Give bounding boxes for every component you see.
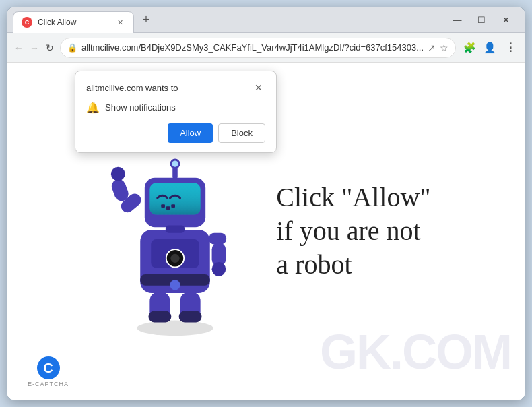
- captcha-label: E-CAPTCHA: [28, 381, 69, 387]
- svg-rect-10: [162, 204, 166, 208]
- allow-button[interactable]: Allow: [168, 123, 213, 143]
- toolbar: ← → ↻ 🔒 alltmcilive.com/B4DjeX9DzSMy3_CA…: [7, 33, 525, 63]
- captcha-logo: C E-CAPTCHA: [28, 356, 69, 387]
- back-button[interactable]: ←: [13, 38, 24, 57]
- new-tab-button[interactable]: +: [137, 11, 156, 30]
- bookmark-icon[interactable]: ☆: [440, 42, 448, 53]
- tab-title: Click Allow: [38, 18, 109, 27]
- svg-point-0: [137, 321, 213, 336]
- title-bar: C Click Allow ✕ + — ☐ ✕: [7, 7, 525, 33]
- title-bar-left: C Click Allow ✕ +: [13, 7, 446, 33]
- profile-button[interactable]: 👤: [480, 38, 499, 57]
- bell-icon: 🔔: [86, 101, 100, 114]
- svg-point-22: [212, 262, 226, 276]
- tab-favicon: C: [22, 17, 32, 28]
- browser-tab[interactable]: C Click Allow ✕: [13, 11, 134, 33]
- share-icon: ↗: [428, 42, 436, 53]
- lock-icon: 🔒: [67, 43, 77, 53]
- refresh-button[interactable]: ↻: [44, 38, 56, 57]
- notification-label: Show notifications: [105, 102, 176, 113]
- extensions-button[interactable]: 🧩: [460, 38, 479, 57]
- popup-header: alltmcilive.com wants to ✕: [86, 81, 265, 94]
- main-text-line1: Click "Allow": [276, 181, 430, 214]
- address-text: alltmcilive.com/B4DjeX9DzSMy3_CAKFaYfiL_…: [81, 42, 424, 53]
- menu-button[interactable]: ⋮: [500, 38, 519, 57]
- captcha-icon: C: [37, 356, 60, 379]
- close-button[interactable]: ✕: [495, 12, 517, 28]
- forward-button[interactable]: →: [28, 38, 40, 57]
- notification-popup: alltmcilive.com wants to ✕ 🔔 Show notifi…: [75, 71, 277, 153]
- svg-point-6: [170, 280, 180, 290]
- svg-point-5: [171, 254, 180, 263]
- page-background: GK.COM: [7, 63, 525, 400]
- main-content-row: Click "Allow" if you are not a robot: [101, 122, 430, 340]
- popup-title: alltmcilive.com wants to: [86, 83, 178, 93]
- block-button[interactable]: Block: [218, 123, 265, 143]
- svg-rect-26: [179, 311, 202, 322]
- browser-window: C Click Allow ✕ + — ☐ ✕ ← →: [7, 7, 525, 400]
- svg-rect-16: [166, 225, 185, 232]
- tab-area: C Click Allow ✕ +: [13, 7, 156, 33]
- svg-rect-11: [166, 206, 170, 210]
- minimize-button[interactable]: —: [446, 12, 468, 28]
- popup-notification-row: 🔔 Show notifications: [86, 101, 265, 114]
- svg-rect-24: [149, 311, 172, 322]
- popup-close-button[interactable]: ✕: [252, 81, 265, 94]
- title-bar-controls: — ☐ ✕: [446, 12, 519, 28]
- svg-point-19: [111, 167, 125, 181]
- popup-buttons: Allow Block: [86, 123, 265, 143]
- address-bar[interactable]: 🔒 alltmcilive.com/B4DjeX9DzSMy3_CAKFaYfi…: [60, 38, 456, 58]
- robot-illustration: [101, 122, 263, 340]
- svg-point-15: [172, 160, 178, 166]
- main-text-line2: if you are not: [276, 214, 430, 248]
- page-content: GK.COM: [7, 63, 525, 400]
- svg-rect-12: [172, 204, 176, 208]
- main-text-line3: a robot: [276, 248, 430, 282]
- toolbar-actions: 🧩 👤 ⋮: [460, 38, 519, 57]
- restore-button[interactable]: ☐: [471, 12, 492, 28]
- tab-close-button[interactable]: ✕: [114, 17, 125, 28]
- main-text: Click "Allow" if you are not a robot: [276, 181, 430, 282]
